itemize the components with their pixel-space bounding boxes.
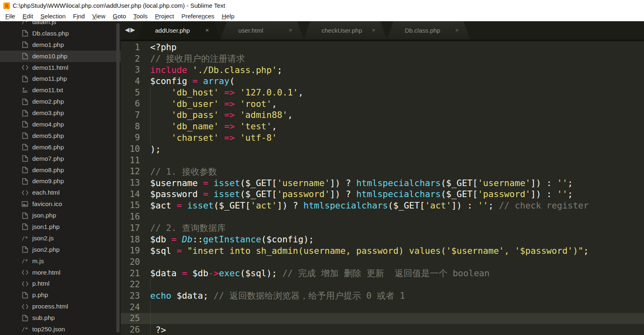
code-line-16[interactable]: 16 [121, 211, 644, 222]
sidebar-item-datafn-js[interactable]: /*datafn.js [0, 21, 121, 28]
sidebar-item-sub-php[interactable]: sub.php [0, 312, 121, 324]
sidebar-item-top250-json[interactable]: /*top250.json [0, 324, 121, 335]
sidebar-item-json-php[interactable]: json.php [0, 210, 121, 221]
sidebar-item-m-js[interactable]: /*m.js [0, 255, 121, 267]
sidebar-item-demo7-php[interactable]: demo7.php [0, 153, 121, 164]
code-text: 'db_host' => '127.0.0.1', [140, 87, 644, 98]
file-name-label: demo1.php [32, 41, 64, 49]
tab-adduser-php[interactable]: addUser.php× [137, 21, 220, 40]
sidebar-item-json2-js[interactable]: /*json2.js [0, 233, 121, 244]
sidebar-item-demo10-php[interactable]: demo10.php [0, 51, 121, 62]
line-number: 14 [121, 189, 140, 199]
code-line-17[interactable]: 17// 2. 查询数据库 [121, 222, 644, 234]
sidebar-item-demo2-php[interactable]: demo2.php [0, 96, 121, 107]
sidebar-item-each-html[interactable]: each.html [0, 187, 121, 198]
tab-close-icon[interactable]: × [289, 27, 292, 33]
code-line-6[interactable]: 6 'db_user' => 'root', [121, 98, 644, 109]
line-number: 2 [121, 54, 140, 64]
sidebar-item-demo8-php[interactable]: demo8.php [0, 164, 121, 176]
code-line-18[interactable]: 18$db = Db::getInstance($config); [121, 234, 644, 245]
code-text: $db = Db::getInstance($config); [140, 234, 644, 244]
menu-item-tools[interactable]: Tools [130, 12, 151, 20]
line-number: 26 [121, 325, 140, 335]
sidebar-item-json2-php[interactable]: json2.php [0, 244, 121, 255]
code-line-19[interactable]: 19$sql = "insert into sh_admin(username,… [121, 245, 644, 256]
file-name-label: sub.php [32, 314, 55, 322]
code-text: echo $data; // 返回数据给浏览器，给予用户提示 0 或者 1 [140, 290, 644, 302]
sidebar-item-demo5-php[interactable]: demo5.php [0, 130, 121, 142]
code-line-1[interactable]: 1<?php [121, 42, 644, 53]
sidebar-item-p-html[interactable]: p.html [0, 278, 121, 289]
code-line-21[interactable]: 21$data = $db->exec($sql); // 完成 增加 删除 更… [121, 268, 644, 279]
tab-checkuser-php[interactable]: checkUser.php× [304, 21, 387, 40]
sidebar-item-demo1-php[interactable]: demo1.php [0, 39, 121, 51]
sidebar-item-demo9-php[interactable]: demo9.php [0, 175, 121, 187]
sidebar-item-demo4-php[interactable]: demo4.php [0, 119, 121, 130]
file-icon [21, 109, 29, 117]
line-number: 17 [121, 223, 140, 233]
code-line-3[interactable]: 3include './Db.class.php'; [121, 64, 644, 75]
code-line-12[interactable]: 12// 1. 接收参数 [121, 166, 644, 177]
file-name-label: demo4.php [32, 121, 64, 128]
file-icon [21, 75, 29, 82]
code-line-8[interactable]: 8 'db_name' => 'test', [121, 121, 644, 132]
code-line-7[interactable]: 7 'db_pass' => 'admin88', [121, 109, 644, 121]
line-number: 11 [121, 155, 140, 165]
sidebar-item-demo11-html[interactable]: demo11.html [0, 62, 121, 73]
code-line-2[interactable]: 2// 接收用户的注册请求 [121, 53, 644, 64]
sidebar-scrollbar[interactable] [116, 23, 120, 333]
line-number: 6 [121, 99, 140, 109]
sidebar-item-more-html[interactable]: more.html [0, 267, 121, 278]
sidebar-item-process-html[interactable]: process.html [0, 301, 121, 312]
code-line-15[interactable]: 15$act = isset($_GET['act']) ? htmlspeci… [121, 200, 644, 211]
code-editor[interactable]: 1<?php2// 接收用户的注册请求3include './Db.class.… [121, 41, 644, 335]
menu-item-edit[interactable]: Edit [19, 12, 37, 20]
code-line-14[interactable]: 14$password = isset($_GET['password']) ?… [121, 189, 644, 200]
sidebar-item-db-class-php[interactable]: Db.class.php [0, 28, 121, 39]
menu-item-project[interactable]: Project [151, 12, 178, 20]
code-line-26[interactable]: 26 ?> [121, 324, 644, 335]
sidebar-item-json1-php[interactable]: json1.php [0, 221, 121, 233]
code-text: 'db_name' => 'test', [140, 121, 644, 131]
tab-close-icon[interactable]: × [372, 27, 375, 33]
sidebar-item-demo11-php[interactable]: demo11.php [0, 73, 121, 84]
sidebar-item-demo6-php[interactable]: demo6.php [0, 142, 121, 153]
code-line-25[interactable]: 25 [121, 313, 644, 324]
tab-forward-icon[interactable]: ▶ [131, 26, 136, 33]
tab-back-icon[interactable]: ◀ [125, 26, 131, 33]
sidebar-item-p-php[interactable]: p.php [0, 289, 121, 301]
menu-item-selection[interactable]: Selection [37, 12, 69, 20]
code-line-13[interactable]: 13$username = isset($_GET['username']) ?… [121, 177, 644, 189]
sidebar-item-demo11-txt[interactable]: demo11.txt [0, 84, 121, 96]
window-title: C:\phpStudy\WWW\local.php.com\addUser.ph… [13, 2, 225, 9]
file-icon [21, 121, 29, 128]
file-icon [21, 212, 29, 219]
tab-history-arrows[interactable]: ◀▶ [125, 26, 136, 33]
menu-item-view[interactable]: View [89, 12, 109, 20]
menu-item-preferences[interactable]: Preferences [178, 12, 218, 20]
menu-item-goto[interactable]: Goto [109, 12, 130, 20]
tab-close-icon[interactable]: × [455, 27, 459, 33]
code-line-20[interactable]: 20 [121, 256, 644, 268]
sidebar-item-demo3-php[interactable]: demo3.php [0, 107, 121, 119]
code-line-24[interactable]: 24 [121, 302, 644, 313]
file-icon [21, 223, 29, 231]
code-line-5[interactable]: 5 'db_host' => '127.0.0.1', [121, 87, 644, 98]
code-line-22[interactable]: 22 [121, 279, 644, 290]
sidebar-item-favicon-ico[interactable]: favicon.ico [0, 198, 121, 210]
menu-item-find[interactable]: Find [69, 12, 89, 20]
code-line-23[interactable]: 23echo $data; // 返回数据给浏览器，给予用户提示 0 或者 1 [121, 290, 644, 302]
code-line-11[interactable]: 11 [121, 155, 644, 166]
code-line-4[interactable]: 4$config = array( [121, 75, 644, 87]
tab-db-class-php[interactable]: Db.class.php× [387, 21, 470, 40]
line-number: 1 [121, 42, 140, 52]
file-icon [21, 177, 29, 185]
code-line-9[interactable]: 9 'charset' => 'utf-8' [121, 132, 644, 144]
menu-item-help[interactable]: Help [218, 12, 238, 20]
code-line-10[interactable]: 10); [121, 143, 644, 155]
html-file-icon [21, 269, 29, 276]
menu-item-file[interactable]: File [2, 12, 19, 20]
code-text: include './Db.class.php'; [140, 65, 644, 75]
tab-user-html[interactable]: user.html× [220, 21, 304, 40]
tab-close-icon[interactable]: × [205, 27, 209, 33]
